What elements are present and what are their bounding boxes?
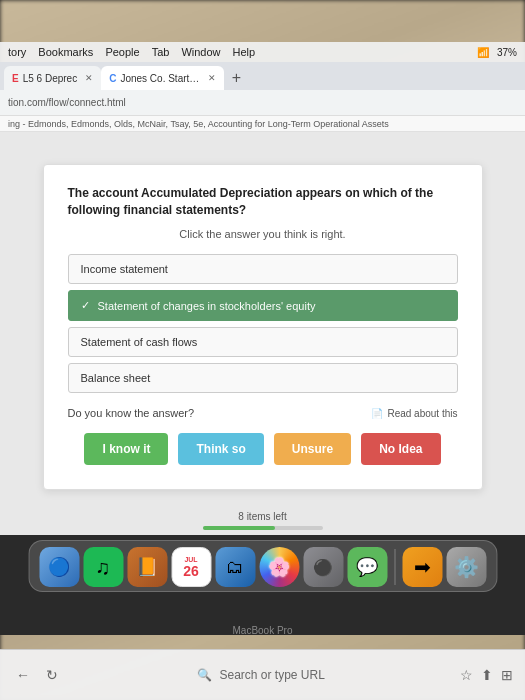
menu-item-tab[interactable]: Tab bbox=[152, 46, 170, 58]
dock-icon-back[interactable]: ➡ bbox=[402, 547, 442, 587]
dock-icon-calendar[interactable]: JUL 26 bbox=[171, 547, 211, 587]
answer-stockholders-equity[interactable]: ✓ Statement of changes in stockholders' … bbox=[68, 290, 458, 321]
answer-cash-flows[interactable]: Statement of cash flows bbox=[68, 327, 458, 357]
macbook-screen: tory Bookmarks People Tab Window Help 📶 … bbox=[0, 0, 525, 700]
address-bar[interactable]: tion.com/flow/connect.html bbox=[0, 90, 525, 116]
tab-close-2[interactable]: ✕ bbox=[208, 73, 216, 83]
check-icon: ✓ bbox=[81, 299, 90, 312]
refresh-button[interactable]: ↻ bbox=[42, 663, 62, 687]
tabs-icon[interactable]: ⊞ bbox=[501, 667, 513, 683]
answer-text-4: Balance sheet bbox=[81, 372, 151, 384]
search-placeholder-text: Search or type URL bbox=[219, 668, 324, 682]
dock-icon-spotify[interactable]: ♫ bbox=[83, 547, 123, 587]
tab-jones[interactable]: C Jones Co. Started The Year Wi... ✕ bbox=[101, 66, 224, 90]
tab-label-1: L5 6 Deprec bbox=[23, 73, 77, 84]
answer-balance-sheet[interactable]: Balance sheet bbox=[68, 363, 458, 393]
read-about-link[interactable]: 📄 Read about this bbox=[371, 408, 457, 419]
search-or-url-bar[interactable]: 🔍 Search or type URL bbox=[70, 668, 452, 682]
progress-area: 8 items left bbox=[0, 505, 525, 535]
tab-favicon-1: E bbox=[12, 73, 19, 84]
dock-icon-finder[interactable]: 🔵 bbox=[39, 547, 79, 587]
bottom-browser-bar: ← ↻ 🔍 Search or type URL ☆ ⬆ ⊞ bbox=[0, 649, 525, 700]
main-content: The account Accumulated Depreciation app… bbox=[0, 132, 525, 522]
wifi-icon: 📶 bbox=[477, 47, 489, 58]
dock-icon-settings[interactable]: ⚙️ bbox=[446, 547, 486, 587]
instruction-text: Click the answer you think is right. bbox=[68, 228, 458, 240]
progress-label: 8 items left bbox=[238, 511, 286, 522]
dock: 🔵 ♫ 📙 JUL 26 🗂 🌸 ⚫ 💬 bbox=[28, 540, 497, 592]
progress-bar-fill bbox=[203, 526, 275, 530]
breadcrumb-text: ing - Edmonds, Edmonds, Olds, McNair, Ts… bbox=[8, 119, 389, 129]
dock-icon-files[interactable]: 🗂 bbox=[215, 547, 255, 587]
answer-income-statement[interactable]: Income statement bbox=[68, 254, 458, 284]
tab-label-2: Jones Co. Started The Year Wi... bbox=[120, 73, 200, 84]
dock-icon-messages[interactable]: 💬 bbox=[347, 547, 387, 587]
unsure-button[interactable]: Unsure bbox=[274, 433, 351, 465]
dock-icon-books[interactable]: 📙 bbox=[127, 547, 167, 587]
question-card: The account Accumulated Depreciation app… bbox=[43, 164, 483, 491]
tab-bar: E L5 6 Deprec ✕ C Jones Co. Started The … bbox=[0, 62, 525, 90]
answer-text-2: Statement of changes in stockholders' eq… bbox=[98, 300, 316, 312]
dock-icon-launchpad[interactable]: ⚫ bbox=[303, 547, 343, 587]
do-you-know-label: Do you know the answer? bbox=[68, 407, 195, 419]
answer-text-1: Income statement bbox=[81, 263, 168, 275]
read-about-text: Read about this bbox=[387, 408, 457, 419]
new-tab-button[interactable]: + bbox=[224, 66, 248, 90]
dock-icon-photos[interactable]: 🌸 bbox=[259, 547, 299, 587]
no-idea-button[interactable]: No Idea bbox=[361, 433, 440, 465]
dock-divider bbox=[394, 549, 395, 585]
answer-text-3: Statement of cash flows bbox=[81, 336, 198, 348]
action-buttons: I know it Think so Unsure No Idea bbox=[68, 433, 458, 465]
menu-bar-right: 📶 37% bbox=[477, 47, 517, 58]
url-text: tion.com/flow/connect.html bbox=[8, 97, 126, 108]
battery-level: 37% bbox=[497, 47, 517, 58]
back-button[interactable]: ← bbox=[12, 663, 34, 687]
share-icon[interactable]: ⬆ bbox=[481, 667, 493, 683]
i-know-it-button[interactable]: I know it bbox=[84, 433, 168, 465]
search-icon: 🔍 bbox=[197, 668, 212, 682]
calendar-date: 26 bbox=[183, 564, 199, 578]
menu-item-window[interactable]: Window bbox=[181, 46, 220, 58]
breadcrumb: ing - Edmonds, Edmonds, Olds, McNair, Ts… bbox=[0, 116, 525, 132]
tab-deprec[interactable]: E L5 6 Deprec ✕ bbox=[4, 66, 101, 90]
card-bottom: Do you know the answer? 📄 Read about thi… bbox=[68, 407, 458, 419]
menu-bar: tory Bookmarks People Tab Window Help 📶 … bbox=[0, 42, 525, 62]
read-icon: 📄 bbox=[371, 408, 383, 419]
tab-favicon-2: C bbox=[109, 73, 116, 84]
progress-bar-container bbox=[203, 526, 323, 530]
bookmark-icon[interactable]: ☆ bbox=[460, 667, 473, 683]
menu-item-people[interactable]: People bbox=[105, 46, 139, 58]
menu-item-history[interactable]: tory bbox=[8, 46, 26, 58]
think-so-button[interactable]: Think so bbox=[178, 433, 263, 465]
menu-item-help[interactable]: Help bbox=[233, 46, 256, 58]
macbook-pro-label: MacBook Pro bbox=[232, 625, 292, 636]
menu-item-bookmarks[interactable]: Bookmarks bbox=[38, 46, 93, 58]
question-text: The account Accumulated Depreciation app… bbox=[68, 185, 458, 219]
tab-close-1[interactable]: ✕ bbox=[85, 73, 93, 83]
